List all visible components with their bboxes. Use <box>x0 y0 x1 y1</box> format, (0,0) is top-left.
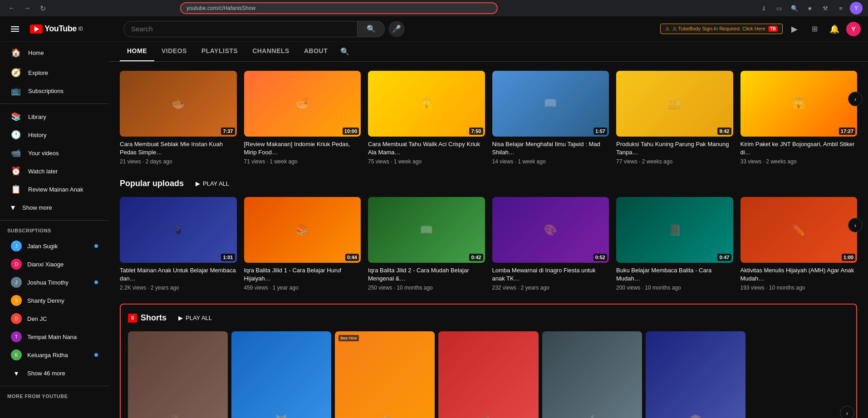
video-thumb-tahu: 😱 7:50 <box>368 71 485 137</box>
sub-avatar-keluarga-ridha: K <box>11 349 22 360</box>
video-thumb-seblak: 🍜 7:37 <box>120 71 237 137</box>
shorts-thumb-bakso-enak: 🍢 0:16 <box>128 331 228 418</box>
sub-item-jalan-sugik[interactable]: J Jalan Sugik <box>4 237 105 255</box>
video-card-tablet[interactable]: 📱 1:01 Tablet Mainan Anak Untuk Belajar … <box>120 197 237 291</box>
shorts-next-button[interactable]: › <box>840 406 854 418</box>
shorts-card-rujak[interactable]: 🍢 0:27 #Shorts Bakso Rujak atau Bakso Ke… <box>438 331 538 418</box>
video-card-lomba[interactable]: 🎨 0:52 Lomba Mewarnai di Inagro Fiesta u… <box>492 197 609 291</box>
video-thumb-nisa: 📖 1:57 <box>492 71 609 137</box>
sidebar-item-subscriptions[interactable]: 📺 Subscriptions <box>4 82 105 100</box>
video-title-iqra2: Iqra Balita Jilid 2 - Cara Mudah Belajar… <box>368 266 485 283</box>
sub-label-tempat-main-nana: Tempat Main Nana <box>27 334 98 340</box>
sub-item-den-jc[interactable]: D Den JC <box>4 310 105 328</box>
hamburger-menu[interactable] <box>7 23 23 35</box>
tubebuddy-logo: TB <box>768 26 778 32</box>
sub-item-joshua-timothy[interactable]: J Joshua Timothy <box>4 273 105 291</box>
shorts-thumb-packing: 📦 1:00 <box>646 331 745 418</box>
sub-item-tempat-main-nana[interactable]: T Tempat Main Nana <box>4 328 105 346</box>
cast-icon[interactable]: ▭ <box>773 2 785 15</box>
notifications-icon[interactable]: 🔔 <box>826 21 843 37</box>
shorts-card-sarang[interactable]: 🐝 0:16 Bee Hive #Shorts Sarang Tawon Jat… <box>335 331 435 418</box>
recent-next-button[interactable]: › <box>848 92 863 106</box>
shorts-thumb-bakso-dadakan: 🍲 0:32 <box>542 331 642 418</box>
video-card-produksi[interactable]: 🏭 9:42 Produksi Tahu Kuning Parung Pak M… <box>616 71 733 165</box>
yt-logo[interactable]: YouTubeID <box>30 24 83 34</box>
search-container: 🔍 🎤 <box>123 21 405 37</box>
bookmark-icon[interactable]: ★ <box>804 2 816 15</box>
sub-item-dianxi-xiaoge[interactable]: D Dianxi Xiaoge <box>4 255 105 273</box>
sidebar-item-history[interactable]: 🕐 History <box>4 126 105 144</box>
video-title-aktivitas: Aktivitas Menulis Hijaiyah (AMH) Agar An… <box>740 266 858 283</box>
sidebar-item-home[interactable]: 🏠 Home <box>4 44 105 62</box>
shorts-play-all-button[interactable]: ▶ PLAY ALL <box>174 312 216 324</box>
search-button[interactable]: 🔍 <box>358 21 385 37</box>
profile-menu-icon[interactable]: ≡ <box>834 2 847 15</box>
upload-icon[interactable]: ▶ <box>786 21 803 37</box>
mic-button[interactable]: 🎤 <box>388 21 405 37</box>
tab-channels[interactable]: CHANNELS <box>245 42 297 61</box>
duration-nisa: 1:57 <box>593 128 607 135</box>
user-avatar[interactable]: Y <box>846 22 861 36</box>
video-card-indomie[interactable]: 🍜 10:00 [Review Makanan] Indomie Kriuk P… <box>244 71 361 165</box>
url-text: youtube.com/c/HafanisShow <box>186 5 255 11</box>
chevron-down-subs-icon: ▾ <box>11 368 22 379</box>
popular-uploads-header: Popular uploads ▶ PLAY ALL <box>120 177 857 190</box>
watch-later-icon: ⏰ <box>11 166 21 176</box>
shorts-card-kucing[interactable]: 🐱 0:26 #Shorts | Kucing Lucu Ngumpet Di … <box>231 331 331 418</box>
search-page-icon[interactable]: 🔍 <box>788 2 801 15</box>
tubebuddy-warning-icon: ⚠ <box>665 26 670 32</box>
sidebar-item-library[interactable]: 📚 Library <box>4 108 105 126</box>
forward-button[interactable]: → <box>21 2 34 15</box>
shorts-title-group: S Shorts <box>128 313 167 323</box>
video-title-seblak: Cara Membuat Seblak Mie Instan Kuah Peda… <box>120 140 237 157</box>
tab-about[interactable]: ABOUT <box>297 42 335 61</box>
tab-home[interactable]: HOME <box>120 42 154 61</box>
video-meta-produksi: 77 views · 2 weeks ago <box>616 158 733 165</box>
shorts-icon: S <box>128 314 137 323</box>
sidebar-item-show-more[interactable]: ▾ Show more <box>4 198 105 216</box>
video-card-seblak[interactable]: 🍜 7:37 Cara Membuat Seblak Mie Instan Ku… <box>120 71 237 165</box>
tubebuddy-banner[interactable]: ⚠ ⚠ TubeBody Sign-In Required. Click Her… <box>660 24 783 34</box>
video-card-tahu[interactable]: 😱 7:50 Cara Membuat Tahu Walik Aci Crisp… <box>368 71 485 165</box>
video-card-iqra1[interactable]: 📚 0:44 Iqra Balita Jilid 1 - Cara Belaja… <box>244 197 361 291</box>
sidebar-item-watch-later[interactable]: ⏰ Watch later <box>4 162 105 180</box>
video-meta-indomie: 71 views · 1 week ago <box>244 158 361 165</box>
sub-label-shanty-denny: Shanty Denny <box>27 297 98 304</box>
tab-videos[interactable]: VIDEOS <box>154 42 194 61</box>
video-meta-kirim: 33 views · 2 weeks ago <box>740 158 858 165</box>
extensions-icon[interactable]: ⚒ <box>819 2 832 15</box>
show-more-subs[interactable]: ▾ Show 46 more <box>4 364 105 382</box>
sidebar-item-review-mainan[interactable]: 📋 Review Mainan Anak <box>4 180 105 198</box>
back-button[interactable]: ← <box>5 2 18 15</box>
video-card-nisa[interactable]: 📖 1:57 Nisa Belajar Menghafal Ilmu Tajwi… <box>492 71 609 165</box>
reload-button[interactable]: ↻ <box>36 2 49 15</box>
sidebar-item-your-videos[interactable]: 📹 Your videos <box>4 144 105 162</box>
search-input[interactable] <box>131 25 350 33</box>
duration-lomba: 0:52 <box>593 254 607 261</box>
shorts-card-packing[interactable]: 📦 1:00 #Shorts Cara Packing Buku Yang Ba… <box>646 331 745 418</box>
download-icon[interactable]: ⇓ <box>757 2 770 15</box>
shorts-thumb-kucing: 🐱 0:26 <box>231 331 331 418</box>
video-card-aktivitas[interactable]: ✏️ 1:00 Aktivitas Menulis Hijaiyah (AMH)… <box>740 197 858 291</box>
video-card-buku[interactable]: 📕 0:47 Buku Belajar Membaca Balita - Car… <box>616 197 733 291</box>
search-icon: 🔍 <box>367 25 376 33</box>
sidebar-item-explore[interactable]: 🧭 Explore <box>4 64 105 82</box>
duration-aktivitas: 1:00 <box>842 254 855 261</box>
video-thumb-indomie: 🍜 10:00 <box>244 71 361 137</box>
chevron-down-icon: ▾ <box>11 202 15 212</box>
video-card-iqra2[interactable]: 📖 0:42 Iqra Balita Jilid 2 - Cara Mudah … <box>368 197 485 291</box>
sub-avatar-joshua-timothy: J <box>11 277 22 288</box>
tab-playlists[interactable]: PLAYLISTS <box>194 42 245 61</box>
url-bar[interactable]: youtube.com/c/HafanisShow <box>180 2 498 14</box>
apps-icon[interactable]: ⊞ <box>806 21 823 37</box>
sub-item-shanty-denny[interactable]: S Shanty Denny <box>4 291 105 310</box>
sub-item-keluarga-ridha[interactable]: K Keluarga Ridha <box>4 346 105 364</box>
shorts-card-bakso-enak[interactable]: 🍢 0:16 #Short Bakso Enak Gaess Hafanis S… <box>128 331 228 418</box>
channel-search-icon[interactable]: 🔍 <box>337 42 353 61</box>
shorts-card-bakso-dadakan[interactable]: 🍲 0:32 #Shorts Bakso Dadakan Dibuatnya M… <box>542 331 642 418</box>
popular-next-button[interactable]: › <box>848 218 863 232</box>
chrome-profile-avatar[interactable]: Y <box>850 2 863 15</box>
video-card-kirim[interactable]: 😱 17:27 Kirim Paket ke JNT Bojongsari, A… <box>740 71 858 165</box>
history-icon: 🕐 <box>11 130 21 140</box>
popular-play-all-button[interactable]: ▶ PLAY ALL <box>191 177 234 190</box>
